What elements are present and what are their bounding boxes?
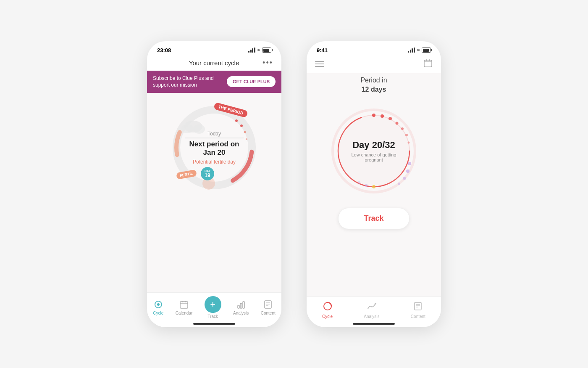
status-icons-1: ≈ bbox=[248, 48, 271, 53]
nav-track-label: Track bbox=[207, 314, 218, 319]
svg-point-36 bbox=[401, 127, 404, 130]
nav2-analysis[interactable]: Analysis bbox=[364, 301, 379, 319]
svg-point-34 bbox=[388, 117, 392, 120]
phone2-content: Day 20/32 Low chance of getting pregnant… bbox=[307, 94, 441, 296]
countdown-line1: Period in bbox=[307, 76, 441, 85]
analysis-icon bbox=[236, 299, 246, 310]
track-btn-container: Track bbox=[338, 208, 409, 229]
svg-point-40 bbox=[406, 169, 410, 173]
svg-point-45 bbox=[358, 181, 360, 184]
nav-cycle[interactable]: Cycle bbox=[153, 299, 163, 315]
more-menu-button[interactable]: ••• bbox=[262, 58, 273, 67]
home-indicator-1 bbox=[193, 323, 235, 325]
nav2-cycle-label: Cycle bbox=[322, 314, 333, 319]
svg-rect-17 bbox=[238, 305, 239, 308]
time-1: 23:08 bbox=[157, 47, 171, 53]
status-icons-2: ≈ bbox=[408, 48, 431, 53]
analysis-icon-2 bbox=[367, 301, 377, 313]
subscribe-text: Subscribe to Clue Plus and support our m… bbox=[153, 75, 223, 89]
next-period-text: Next period on Jan 20 bbox=[185, 140, 244, 157]
day-badge-number: 19 bbox=[205, 172, 210, 178]
svg-rect-48 bbox=[415, 302, 421, 310]
svg-point-32 bbox=[372, 114, 375, 117]
content-icon-2 bbox=[413, 301, 423, 313]
track-button[interactable]: Track bbox=[338, 208, 409, 229]
svg-point-12 bbox=[157, 303, 160, 306]
home-indicator-2 bbox=[353, 323, 395, 325]
svg-point-33 bbox=[381, 114, 384, 118]
phone1-header: Your current cycle ••• bbox=[147, 57, 281, 71]
svg-rect-24 bbox=[424, 60, 432, 67]
add-track-button[interactable]: + bbox=[205, 296, 221, 313]
nav-analysis[interactable]: Analysis bbox=[233, 299, 249, 315]
nav2-content-label: Content bbox=[411, 314, 425, 319]
svg-point-3 bbox=[235, 119, 238, 122]
cycle-icon-2 bbox=[323, 301, 333, 313]
phone-1: 23:08 ≈ Your current cycle ••• bbox=[147, 41, 281, 327]
phones-container: 23:08 ≈ Your current cycle ••• bbox=[0, 24, 588, 344]
wifi-icon-1: ≈ bbox=[257, 48, 260, 53]
today-label: Today bbox=[185, 131, 244, 138]
svg-rect-19 bbox=[243, 302, 244, 308]
cycle-content-1: THE PERIOD FERTIL DAY 19 Today Next peri… bbox=[147, 93, 281, 292]
signal-icon-1 bbox=[248, 48, 255, 53]
nav-cycle-label: Cycle bbox=[153, 311, 163, 315]
svg-rect-13 bbox=[180, 302, 188, 308]
fertile-day-text: Potential fertile day bbox=[185, 159, 244, 164]
wifi-icon-2: ≈ bbox=[417, 48, 420, 53]
status-bar-2: 9:41 ≈ bbox=[307, 41, 441, 57]
status-bar-1: 23:08 ≈ bbox=[147, 41, 281, 57]
day-badge: DAY 19 bbox=[201, 167, 214, 180]
cycle-ring-2: Day 20/32 Low chance of getting pregnant bbox=[326, 103, 422, 199]
phone2-header bbox=[307, 57, 441, 73]
svg-point-41 bbox=[403, 177, 406, 180]
svg-point-37 bbox=[405, 134, 408, 136]
svg-point-44 bbox=[365, 184, 368, 187]
bottom-nav-1: Cycle Calendar + Track bbox=[147, 292, 281, 321]
svg-rect-20 bbox=[265, 301, 271, 308]
period-countdown: Period in 12 days bbox=[307, 73, 441, 95]
nav2-cycle[interactable]: Cycle bbox=[322, 301, 333, 319]
pregnancy-chance-text: Low chance of getting pregnant bbox=[342, 152, 405, 162]
time-2: 9:41 bbox=[317, 47, 328, 53]
svg-point-38 bbox=[408, 142, 410, 144]
subscribe-banner: Subscribe to Clue Plus and support our m… bbox=[147, 71, 281, 93]
day-count-text: Day 20/32 bbox=[342, 140, 405, 151]
cycle-icon bbox=[153, 299, 163, 310]
content-icon bbox=[263, 299, 273, 310]
nav-calendar[interactable]: Calendar bbox=[176, 299, 193, 315]
nav-calendar-label: Calendar bbox=[176, 311, 193, 315]
cycle-ring-1: THE PERIOD FERTIL DAY 19 Today Next peri… bbox=[164, 97, 265, 198]
svg-point-35 bbox=[396, 122, 399, 125]
countdown-line2: 12 days bbox=[307, 85, 441, 94]
nav-analysis-label: Analysis bbox=[233, 311, 249, 315]
calendar-icon bbox=[179, 299, 189, 310]
svg-point-6 bbox=[246, 138, 247, 140]
signal-icon-2 bbox=[408, 48, 415, 53]
nav2-analysis-label: Analysis bbox=[364, 314, 379, 319]
header-title-1: Your current cycle bbox=[165, 59, 262, 66]
svg-point-4 bbox=[240, 124, 243, 127]
nav-track[interactable]: + Track bbox=[205, 296, 221, 319]
svg-point-42 bbox=[398, 183, 400, 185]
svg-point-39 bbox=[408, 162, 411, 165]
svg-rect-18 bbox=[240, 303, 242, 308]
bottom-nav-2: Cycle Analysis bbox=[307, 297, 441, 321]
svg-point-43 bbox=[372, 185, 375, 188]
battery-icon-1 bbox=[262, 48, 271, 53]
nav-content-label: Content bbox=[261, 311, 276, 315]
svg-point-5 bbox=[244, 131, 246, 133]
svg-point-47 bbox=[375, 303, 376, 304]
get-clue-plus-button[interactable]: GET CLUE PLUS bbox=[227, 76, 276, 87]
day-badge-label: DAY bbox=[205, 169, 210, 172]
phone-2: 9:41 ≈ bbox=[307, 41, 441, 327]
nav2-content[interactable]: Content bbox=[411, 301, 425, 319]
cycle-center-1: Today Next period on Jan 20 Potential fe… bbox=[185, 131, 244, 165]
hamburger-menu-button[interactable] bbox=[315, 61, 324, 67]
cycle-center-2: Day 20/32 Low chance of getting pregnant bbox=[342, 140, 405, 162]
calendar-icon-button[interactable] bbox=[423, 58, 433, 70]
battery-icon-2 bbox=[422, 48, 431, 53]
nav-content[interactable]: Content bbox=[261, 299, 276, 315]
